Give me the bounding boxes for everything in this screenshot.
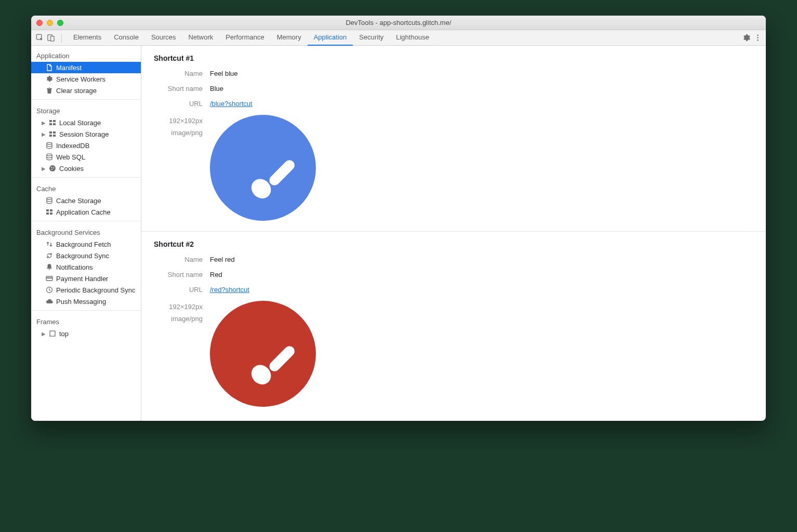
icon-meta: 192×192pximage/png [154,301,210,325]
db-icon [46,153,53,161]
sidebar-item-cache-storage[interactable]: Cache Storage [31,195,141,206]
shortcut-url-link[interactable]: /red?shortcut [210,286,249,294]
svg-point-3 [757,35,759,36]
field-label-name: Name [154,256,210,263]
icon-meta: 192×192pximage/png [154,115,210,139]
field-value-short_name: Blue [210,85,223,92]
svg-rect-8 [49,123,52,125]
sidebar-item-label: Background Sync [56,252,109,260]
tab-memory[interactable]: Memory [271,30,308,46]
svg-rect-21 [46,209,49,211]
inspect-element-icon[interactable] [34,33,45,43]
sidebar-item-service-workers[interactable]: Service Workers [31,73,141,85]
svg-rect-7 [53,120,56,122]
tab-console[interactable]: Console [108,30,145,46]
shortcut-icon [210,301,316,407]
cloud-icon [46,298,53,305]
maximize-window-button[interactable] [57,20,63,26]
shortcut-url-link[interactable]: /blue?shortcut [210,100,253,108]
tab-performance[interactable]: Performance [219,30,270,46]
svg-point-15 [47,154,52,156]
application-sidebar[interactable]: ApplicationManifestService WorkersClear … [31,46,141,421]
expand-triangle-icon[interactable]: ▶ [42,331,46,337]
clock-icon [46,286,53,294]
svg-point-5 [757,39,759,41]
svg-rect-2 [50,36,54,41]
more-menu-icon[interactable] [752,33,763,43]
shortcut-title: Shortcut #1 [154,54,753,62]
svg-point-4 [757,37,759,38]
sidebar-item-label: Clear storage [56,87,97,95]
devtools-body: ApplicationManifestService WorkersClear … [31,46,766,421]
shortcut-icon [210,115,316,221]
svg-rect-27 [50,331,55,336]
field-value-name: Feel red [210,256,235,263]
manifest-content[interactable]: Shortcut #1NameFeel blueShort nameBlueUR… [141,46,766,421]
sidebar-group-application: Application [31,48,141,62]
sidebar-item-background-sync[interactable]: Background Sync [31,250,141,261]
sidebar-item-label: Payment Handler [56,275,108,283]
tab-application[interactable]: Application [308,30,353,46]
sidebar-item-local-storage[interactable]: ▶Local Storage [31,117,141,128]
expand-triangle-icon[interactable]: ▶ [42,131,46,137]
minimize-window-button[interactable] [47,20,53,26]
sidebar-item-application-cache[interactable]: Application Cache [31,206,141,218]
window-title: DevTools - app-shortcuts.glitch.me/ [36,19,761,26]
tab-lighthouse[interactable]: Lighthouse [390,30,435,46]
trash-icon [46,87,53,94]
sidebar-item-payment-handler[interactable]: Payment Handler [31,273,141,284]
sidebar-item-clear-storage[interactable]: Clear storage [31,85,141,96]
svg-point-20 [47,197,52,200]
close-window-button[interactable] [36,20,43,26]
bell-icon [46,263,53,271]
sidebar-item-indexeddb[interactable]: IndexedDB [31,140,141,151]
shortcut-block-2: Shortcut #2NameFeel redShort nameRedURL/… [141,232,766,417]
tab-security[interactable]: Security [353,30,390,46]
svg-rect-24 [50,212,52,215]
field-value-short_name: Red [210,271,222,278]
sidebar-item-label: Session Storage [59,130,109,138]
sidebar-group-frames: Frames [31,314,141,328]
field-label-name: Name [154,70,210,77]
svg-rect-11 [53,131,56,134]
tab-network[interactable]: Network [182,30,220,46]
expand-triangle-icon[interactable]: ▶ [42,120,46,126]
frame-icon [49,330,56,337]
svg-rect-13 [53,135,56,137]
updown-icon [46,241,53,248]
db-icon [46,197,53,204]
tab-sources[interactable]: Sources [145,30,182,46]
sidebar-item-label: Manifest [56,64,82,72]
sidebar-item-top[interactable]: ▶top [31,328,141,339]
sidebar-group-cache: Cache [31,181,141,195]
settings-gear-icon[interactable] [741,33,751,43]
sidebar-item-notifications[interactable]: Notifications [31,261,141,273]
device-toolbar-icon[interactable] [46,33,56,43]
sidebar-item-label: top [59,330,69,338]
shortcut-title: Shortcut #2 [154,240,753,248]
sidebar-item-web-sql[interactable]: Web SQL [31,151,141,163]
sidebar-item-label: IndexedDB [56,142,89,150]
expand-triangle-icon[interactable]: ▶ [42,166,46,171]
svg-rect-28 [267,158,297,188]
sidebar-item-session-storage[interactable]: ▶Session Storage [31,128,141,140]
devtools-tabstrip: ElementsConsoleSourcesNetworkPerformance… [31,30,766,46]
sidebar-item-periodic-background-sync[interactable]: Periodic Background Sync [31,284,141,296]
svg-rect-9 [53,123,56,125]
sidebar-item-cookies[interactable]: ▶Cookies [31,163,141,174]
sidebar-item-push-messaging[interactable]: Push Messaging [31,296,141,307]
sidebar-item-label: Cookies [59,165,84,172]
svg-rect-22 [50,209,52,211]
svg-rect-23 [46,212,49,215]
cookie-icon [49,165,56,172]
db-icon [46,142,53,149]
svg-rect-6 [49,120,52,122]
sidebar-item-label: Notifications [56,263,93,271]
sidebar-group-storage: Storage [31,103,141,117]
field-label-short_name: Short name [154,271,210,278]
svg-rect-30 [267,344,297,374]
tab-elements[interactable]: Elements [67,30,108,46]
sidebar-item-manifest[interactable]: Manifest [31,62,141,73]
sidebar-item-background-fetch[interactable]: Background Fetch [31,238,141,250]
sidebar-item-label: Service Workers [56,75,105,83]
